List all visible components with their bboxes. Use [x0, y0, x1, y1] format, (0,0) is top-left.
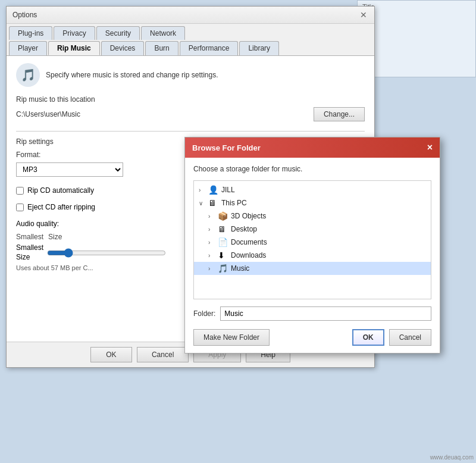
quality-slider[interactable] [47, 248, 166, 258]
music-label: Music [231, 264, 249, 273]
this-pc-icon: 🖥 [208, 198, 219, 208]
folder-row: Folder: [193, 306, 431, 321]
jill-arrow: › [199, 187, 206, 193]
watermark: www.deuaq.com [430, 454, 474, 461]
browse-title: Browse For Folder [192, 143, 261, 152]
player-title-label: Title [358, 1, 475, 12]
downloads-icon: ⬇ [218, 251, 228, 260]
jill-icon: 👤 [208, 185, 219, 195]
tree-item-jill[interactable]: › 👤 JILL [194, 183, 431, 196]
desktop-icon: 🖥 [218, 224, 228, 234]
browse-buttons: Make New Folder OK Cancel [193, 329, 431, 346]
documents-label: Documents [231, 238, 267, 246]
3d-label: 3D Objects [231, 212, 266, 220]
browse-ok-button[interactable]: OK [352, 329, 384, 346]
documents-icon: 📄 [218, 237, 228, 247]
rip-path: C:\Users\user\Music [16, 110, 309, 118]
music-icon: 🎵 [218, 264, 228, 273]
path-row: C:\Users\user\Music Change... [16, 107, 365, 121]
tree-item-documents[interactable]: › 📄 Documents [194, 236, 431, 249]
jill-label: JILL [221, 186, 235, 194]
change-button[interactable]: Change... [314, 107, 365, 121]
rip-cd-auto-checkbox[interactable] [16, 187, 24, 195]
tab-plugins[interactable]: Plug-ins [9, 26, 52, 40]
3d-arrow: › [208, 213, 215, 220]
browse-close-button[interactable]: × [427, 142, 433, 153]
tree-item-music[interactable]: › 🎵 Music [194, 262, 431, 275]
tree-item-3d-objects[interactable]: › 📦 3D Objects [194, 209, 431, 223]
tab-rip-music[interactable]: Rip Music [48, 41, 100, 55]
tabs-row-top: Plug-ins Privacy Security Network [9, 26, 372, 40]
make-new-folder-button[interactable]: Make New Folder [193, 329, 270, 346]
format-dropdown[interactable]: MP3 [16, 162, 123, 177]
options-title: Options [12, 11, 37, 19]
downloads-arrow: › [208, 252, 215, 259]
tree-item-downloads[interactable]: › ⬇ Downloads [194, 249, 431, 262]
quality-size-label: Size [48, 233, 62, 241]
folder-tree[interactable]: › 👤 JILL ∨ 🖥 This PC › 📦 3D Objects › 🖥 … [193, 180, 431, 299]
tabs-container: Plug-ins Privacy Security Network Player… [7, 24, 374, 56]
quality-smallest-text: Smallest [16, 243, 43, 253]
browse-content: Choose a storage folder for music. › 👤 J… [185, 158, 440, 353]
tree-item-desktop[interactable]: › 🖥 Desktop [194, 223, 431, 236]
quality-size-text: Size [16, 253, 43, 262]
background-player: Title [357, 0, 476, 77]
tab-library[interactable]: Library [239, 41, 279, 55]
tab-network[interactable]: Network [141, 26, 185, 40]
this-pc-arrow: ∨ [199, 200, 206, 207]
ok-button[interactable]: OK [90, 347, 132, 362]
tab-privacy[interactable]: Privacy [54, 26, 95, 40]
browse-cancel-button[interactable]: Cancel [389, 329, 431, 346]
tab-burn[interactable]: Burn [145, 41, 178, 55]
options-close-button[interactable]: ✕ [359, 10, 368, 20]
browse-dialog: Browse For Folder × Choose a storage fol… [184, 137, 440, 353]
downloads-label: Downloads [231, 251, 266, 259]
section-description: Specify where music is stored and change… [46, 71, 218, 79]
eject-cd-checkbox[interactable] [16, 204, 24, 211]
3d-icon: 📦 [218, 211, 228, 221]
desktop-label: Desktop [231, 225, 257, 233]
folder-input[interactable] [220, 306, 431, 321]
eject-cd-label: Eject CD after ripping [27, 203, 95, 211]
tab-player[interactable]: Player [9, 41, 47, 55]
documents-arrow: › [208, 239, 215, 246]
quality-smallest-label: Smallest [16, 233, 43, 241]
cancel-button[interactable]: Cancel [137, 347, 189, 362]
section-header: 🎵 Specify where music is stored and chan… [16, 63, 365, 87]
browse-right-buttons: OK Cancel [352, 329, 431, 346]
rip-cd-auto-label: Rip CD automatically [27, 186, 94, 195]
folder-label: Folder: [193, 309, 215, 318]
tabs-row-bottom: Player Rip Music Devices Burn Performanc… [9, 41, 372, 55]
separator-1 [16, 131, 365, 132]
tab-performance[interactable]: Performance [180, 41, 239, 55]
music-arrow: › [208, 265, 215, 272]
desktop-arrow: › [208, 226, 215, 233]
tab-security[interactable]: Security [96, 26, 140, 40]
browse-titlebar: Browse For Folder × [185, 137, 440, 158]
rip-location-label: Rip music to this location [16, 95, 365, 104]
tree-item-this-pc[interactable]: ∨ 🖥 This PC [194, 196, 431, 209]
this-pc-label: This PC [221, 199, 247, 207]
browse-description: Choose a storage folder for music. [193, 165, 431, 173]
rip-icon: 🎵 [16, 63, 40, 87]
options-titlebar: Options ✕ [7, 7, 374, 24]
tab-devices[interactable]: Devices [101, 41, 145, 55]
